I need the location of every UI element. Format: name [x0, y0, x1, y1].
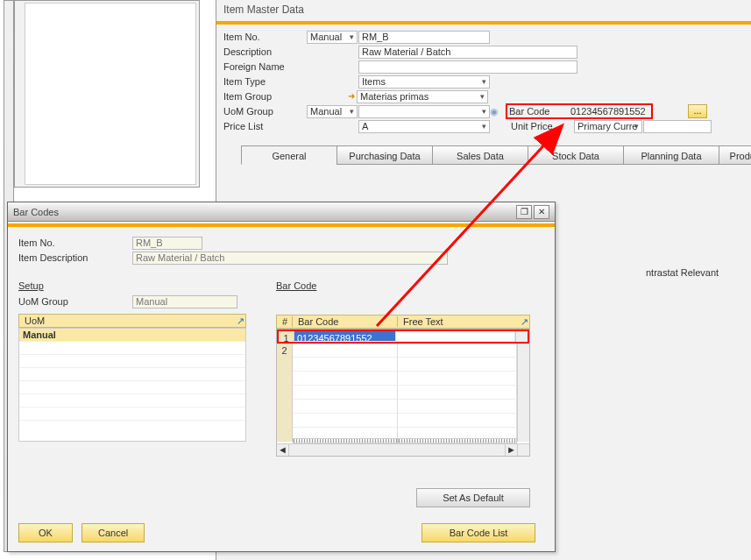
- setup-heading: Setup: [18, 280, 246, 291]
- barcode-heading: Bar Code: [276, 280, 530, 291]
- item-no-mode[interactable]: Manual: [307, 31, 358, 44]
- dlg-item-desc: Raw Material / Batch: [132, 252, 448, 265]
- col-barcode[interactable]: Bar Code: [293, 316, 398, 327]
- restore-icon[interactable]: ❐: [516, 205, 532, 219]
- uom-group-mode[interactable]: Manual: [307, 105, 358, 118]
- tab-purchasing[interactable]: Purchasing Data: [337, 145, 433, 165]
- tab-planning[interactable]: Planning Data: [623, 145, 719, 165]
- barcode-details-button[interactable]: ...: [688, 104, 707, 118]
- unit-price-input[interactable]: [643, 120, 712, 133]
- label-dlg-item-no: Item No.: [18, 237, 132, 248]
- item-no-input[interactable]: RM_B: [358, 31, 490, 44]
- intrastat-label: ntrastat Relevant: [646, 267, 719, 278]
- h-scrollbar[interactable]: ◄ ►: [277, 443, 529, 456]
- description-input[interactable]: Raw Material / Batch: [358, 46, 577, 59]
- label-item-group: Item Group: [223, 91, 307, 102]
- label-item-type: Item Type: [223, 76, 307, 87]
- uom-group-select[interactable]: [358, 105, 490, 118]
- tab-stock[interactable]: Stock Data: [528, 145, 624, 165]
- item-group-select[interactable]: Materias primas: [357, 90, 488, 103]
- col-num: #: [277, 316, 293, 327]
- dialog-titlebar: Bar Codes ❐ ✕: [8, 202, 555, 222]
- bar-code-value: 01234567891552: [570, 106, 649, 117]
- tab-general[interactable]: General: [241, 145, 337, 165]
- tab-production[interactable]: Produc: [719, 145, 751, 165]
- barcode-cell-2[interactable]: [293, 344, 398, 358]
- cancel-button[interactable]: Cancel: [81, 523, 145, 542]
- barcode-grid[interactable]: 1 01234567891552 2: [276, 329, 530, 457]
- rownum-1[interactable]: 1: [279, 331, 294, 342]
- label-description: Description: [223, 46, 307, 57]
- expand-icon[interactable]: ↗: [231, 315, 245, 327]
- label-item-no: Item No.: [223, 32, 307, 42]
- barcodes-dialog: Bar Codes ❐ ✕ Item No. RM_B Item Descrip…: [7, 202, 556, 552]
- info-icon[interactable]: ◉: [490, 106, 497, 117]
- price-list-select[interactable]: A: [358, 120, 490, 133]
- freetext-cell-2[interactable]: [398, 344, 517, 358]
- link-arrow-icon[interactable]: ➜: [346, 91, 357, 102]
- label-price-list: Price List: [223, 121, 307, 131]
- window-title: Item Master Data: [216, 0, 751, 19]
- label-bar-code: Bar Code: [509, 106, 570, 117]
- freetext-cell-1[interactable]: [396, 331, 515, 342]
- barcode-list-button[interactable]: Bar Code List: [422, 523, 535, 542]
- barcode-cell-1[interactable]: 01234567891552: [294, 331, 396, 342]
- ok-button[interactable]: OK: [18, 523, 73, 542]
- uom-row-manual[interactable]: Manual: [19, 329, 245, 342]
- uom-column-header: UoM: [19, 315, 231, 326]
- tab-bar: General Purchasing Data Sales Data Stock…: [241, 145, 744, 165]
- dlg-item-no: RM_B: [132, 237, 202, 250]
- rownum-2[interactable]: 2: [277, 344, 293, 358]
- unit-price-currency[interactable]: Primary Curre: [574, 120, 642, 133]
- label-dlg-uom-group: UoM Group: [18, 296, 132, 307]
- tab-sales[interactable]: Sales Data: [432, 145, 528, 165]
- background-panel-inner: [25, 3, 196, 185]
- foreign-name-input[interactable]: [358, 60, 577, 74]
- set-default-button[interactable]: Set As Default: [416, 488, 530, 507]
- label-unit-price: Unit Price: [511, 121, 574, 131]
- item-type-select[interactable]: Items: [358, 75, 490, 89]
- uom-list[interactable]: Manual: [18, 328, 246, 442]
- label-foreign-name: Foreign Name: [223, 61, 307, 72]
- label-dlg-item-desc: Item Description: [18, 252, 132, 263]
- dialog-title: Bar Codes: [13, 207, 514, 217]
- expand-icon[interactable]: ↗: [515, 316, 529, 328]
- label-uom-group: UoM Group: [223, 106, 307, 117]
- col-freetext[interactable]: Free Text: [398, 316, 515, 327]
- close-icon[interactable]: ✕: [534, 205, 549, 219]
- dlg-uom-group: Manual: [132, 295, 237, 308]
